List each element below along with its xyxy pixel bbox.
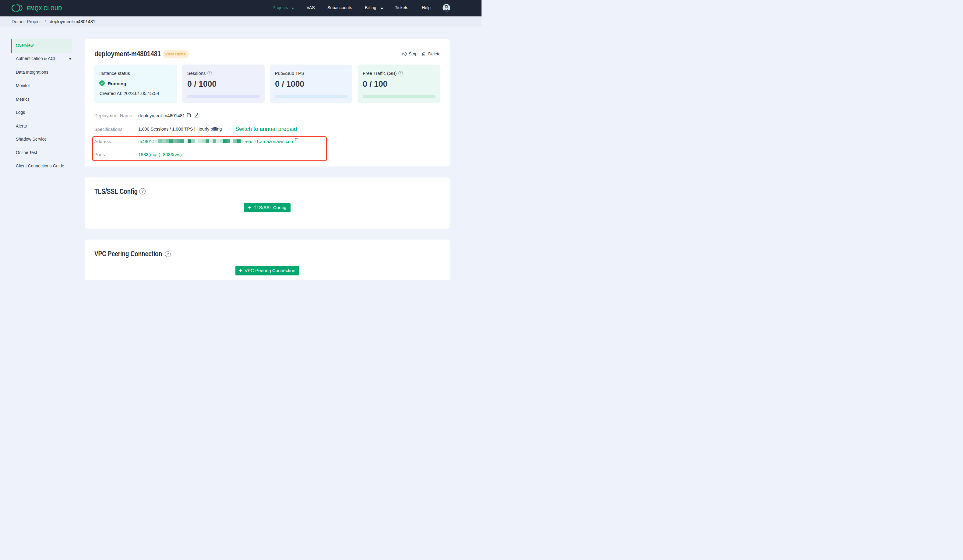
svg-text:?: ? [400, 71, 401, 75]
svg-text:?: ? [209, 71, 211, 75]
svg-text:?: ? [141, 189, 143, 194]
svg-text:?: ? [167, 252, 169, 256]
